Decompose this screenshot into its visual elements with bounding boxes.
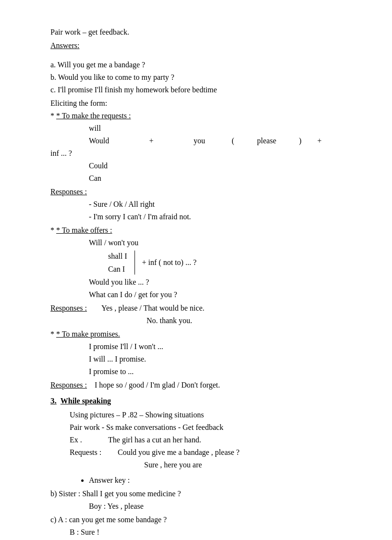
- offers-would-like: Would you like ... ?: [89, 276, 344, 288]
- will-line: will: [89, 123, 344, 134]
- answer-b: b. Would you like to come to my party ?: [50, 72, 344, 83]
- answer-key-item: Answer key :: [89, 475, 344, 486]
- response1-r1: - Sure / Ok / All right: [89, 199, 344, 210]
- header-line1: Pair work – get feedback.: [50, 26, 344, 38]
- formula-row: Would + you ( please ) +: [89, 135, 344, 147]
- ws-ex-row: Ex . The girl has a cut an her hand.: [70, 434, 344, 446]
- responses2-row: Responses : Yes , please / That would be…: [50, 302, 344, 314]
- answer-key-list: Answer key :: [89, 475, 344, 486]
- responses1-label: Responses :: [50, 186, 344, 198]
- answer-c: c. I'll promise I'll finish my homework …: [50, 84, 344, 96]
- offers-will: Will / won't you: [89, 237, 344, 249]
- offers-col1: shall I Can I: [89, 250, 127, 276]
- promise-p2: I will ... I promise.: [89, 353, 344, 365]
- header-line2: Answers:: [50, 40, 344, 51]
- inf-line: inf ... ?: [50, 148, 344, 159]
- requests-header: * * To make the requests :: [50, 110, 344, 122]
- page-content: Pair work – get feedback. Answers: a. Wi…: [50, 26, 344, 538]
- promise-p3: I promise to ...: [89, 366, 344, 377]
- offers-col2: + inf ( not to) ... ?: [142, 257, 196, 268]
- answer-a: a. Will you get me a bandage ?: [50, 59, 344, 71]
- can-line: Can: [89, 173, 344, 184]
- promises-header: * * To make promises.: [50, 328, 344, 340]
- ws-req-label-row: Requests : Could you give me a bandage ,…: [70, 447, 344, 458]
- eliciting-label: Eliciting the form:: [50, 98, 344, 109]
- ak-b-boy: Boy : Yes , please: [89, 501, 344, 512]
- ak-c-label: c) A : can you get me some bandage ?: [50, 514, 344, 526]
- pair-work-text: Pair work – get feedback.: [50, 28, 129, 36]
- responses3-row: Responses : I hope so / good / I'm glad …: [50, 379, 344, 391]
- offers-header: * * To make offers :: [50, 225, 344, 236]
- answers-label: Answers:: [50, 41, 79, 50]
- ak-b-label: b) Sister : Shall I get you some medicin…: [50, 488, 344, 500]
- ws-line1: Using pictures – P .82 – Showing situati…: [70, 409, 344, 421]
- ak-c-b: B : Sure !: [70, 527, 344, 538]
- ws-req2: Sure , here you are: [144, 459, 344, 471]
- promise-p1: I promise I'll / I won't ...: [89, 341, 344, 352]
- offers-what-can: What can I do / get for you ?: [89, 289, 344, 301]
- response1-r2: - I'm sorry I can't / I'm afraid not.: [89, 211, 344, 223]
- offers-grid: shall I Can I + inf ( not to) ... ?: [89, 250, 344, 276]
- ws-line2: Pair work - Ss make conversations - Get …: [70, 422, 344, 433]
- vertical-divider: [135, 251, 135, 275]
- responses2-r2: No. thank you.: [147, 315, 344, 327]
- could-line: Could: [89, 160, 344, 172]
- while-speaking-header: 3. While speaking: [50, 395, 344, 407]
